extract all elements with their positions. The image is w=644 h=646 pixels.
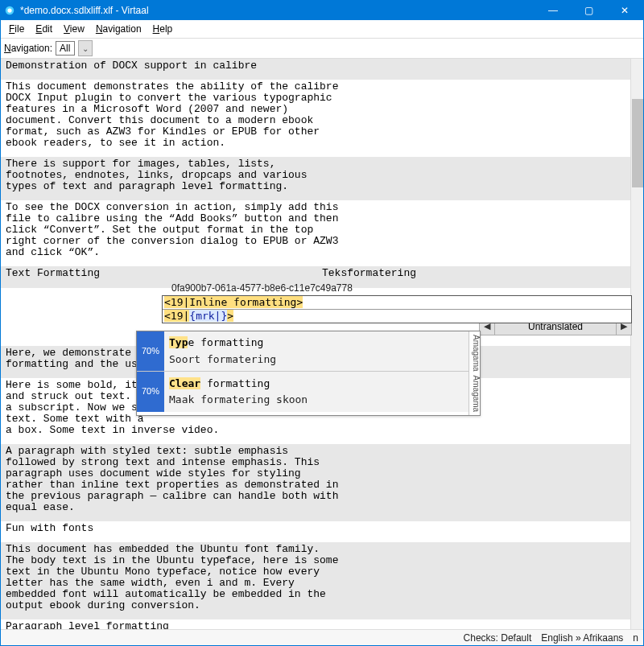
status-bar: Checks: Default English » Afrikaans n [1,629,643,645]
menu-edit-label: dit [42,23,52,35]
unit-id: 0fa900b7-061a-4577-b8e6-c11e7c49a778 [162,283,632,294]
close-button[interactable]: ✕ [606,1,643,20]
menu-bar: File Edit View Navigation Help [1,20,643,39]
navigation-value[interactable]: All [56,41,75,56]
translation-editor: 0fa900b7-061a-4577-b8e6-c11e7c49a778 <19… [162,283,632,323]
status-checks[interactable]: Checks: Default [464,632,532,644]
segment-source: Text Formatting [6,268,322,279]
content-area: Demonstration of DOCX support in calibre… [1,59,643,629]
window-title: *demo.docx.sdlxliff.xlf - Virtaal [20,5,149,16]
status-extra: n [633,632,638,644]
maximize-button[interactable]: ▢ [571,1,606,20]
segment-row[interactable]: Paragraph level formatting [1,619,643,629]
target-field[interactable]: <19|{mrk|}> [163,310,631,323]
menu-edit[interactable]: Edit [31,22,57,36]
segment-target: Teksformatering [322,268,638,279]
status-language[interactable]: English » Afrikaans [541,632,623,644]
menu-file-label: ile [14,23,24,35]
svg-point-1 [7,8,11,12]
app-icon [4,5,15,16]
suggestion-source: Clear formatting [169,378,464,389]
scrollbar-thumb[interactable] [632,99,643,187]
menu-view-label: iew [70,23,85,35]
suggestion-row[interactable]: 70% Clear formatting Maak formatering sk… [137,372,469,412]
tag-open: <19| [164,310,189,322]
menu-file[interactable]: File [4,22,29,36]
tag-close: > [227,310,233,322]
navigation-label: Navigation: [4,43,52,54]
segment-row[interactable]: Demonstration of DOCX support in calibre [1,59,643,80]
menu-navigation[interactable]: Navigation [91,22,147,36]
menu-help-label: elp [159,23,172,35]
navigation-dropdown-icon[interactable]: ⌄ [78,40,93,56]
segment-row[interactable]: Fun with fonts [1,521,643,542]
match-percentage: 70% [137,372,164,412]
tag-open: <19|Inline formatting> [164,296,303,308]
menu-navigation-label: avigation [103,23,142,35]
segment-row[interactable]: To see the DOCX conversion in action, si… [1,200,643,266]
suggestion-provider: Amagama Amagama [469,331,480,415]
minimize-button[interactable]: — [535,1,571,20]
segment-row[interactable]: A paragraph with styled text: subtle emp… [1,444,643,521]
title-bar: *demo.docx.sdlxliff.xlf - Virtaal — ▢ ✕ [1,1,643,20]
menu-view[interactable]: View [59,22,89,36]
match-percentage: 70% [137,331,164,371]
navigation-row: Navigation: All ⌄ [1,39,643,59]
tm-suggestions: 70% Type formatting Soort formatering 70… [136,331,481,416]
vertical-scrollbar[interactable] [630,59,643,629]
source-field[interactable]: <19|Inline formatting> [163,296,631,310]
segment-row[interactable]: There is support for images, tables, lis… [1,157,643,200]
suggestion-target: Soort formatering [169,354,464,365]
segment-row[interactable]: This document has embedded the Ubuntu fo… [1,542,643,619]
suggestion-source: Type formatting [169,337,464,348]
segment-row[interactable]: This document demonstrates the ability o… [1,80,643,157]
suggestion-target: Maak formatering skoon [169,394,464,405]
menu-help[interactable]: Help [148,22,178,36]
tag-mrk: {mrk|} [189,310,227,322]
suggestion-row[interactable]: 70% Type formatting Soort formatering [137,331,469,372]
